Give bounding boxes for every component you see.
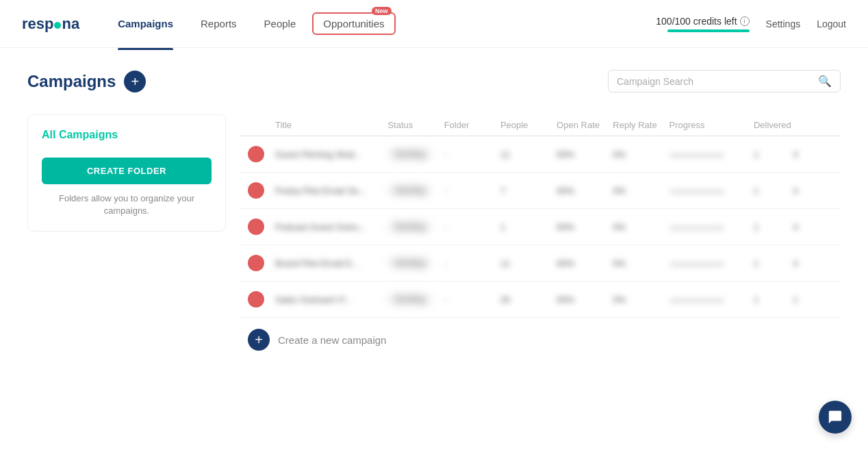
row-progress — [669, 221, 754, 233]
table-row[interactable]: Brand Pilot Email E... Sending - 11 00% … — [240, 245, 841, 282]
header: respna Campaigns Reports People Opportun… — [0, 0, 868, 48]
row-title: Podcast Guest Outro... — [275, 222, 387, 232]
row-people: 11 — [500, 258, 557, 268]
table-row[interactable]: Guest Pitching Strat... Sending - 11 00%… — [240, 136, 841, 173]
col-progress: Progress — [669, 120, 754, 130]
row-people: 1 — [500, 222, 557, 232]
campaign-search-input[interactable] — [617, 76, 818, 87]
row-folder: - — [444, 258, 500, 268]
main-content: Campaigns + 🔍 All Campaigns CREATE FOLDE… — [0, 48, 868, 384]
search-icon[interactable]: 🔍 — [818, 75, 832, 88]
row-status-icon — [248, 218, 275, 235]
row-folder: - — [444, 186, 500, 196]
row-status: Sending — [387, 148, 444, 160]
logo-dot — [54, 22, 61, 29]
row-folder: - — [444, 295, 500, 305]
create-folder-button[interactable]: CREATE FOLDER — [42, 158, 212, 184]
col-reply-rate: Reply Rate — [613, 120, 669, 130]
row-extra: 4 — [793, 258, 832, 268]
row-delivered: 1 — [754, 149, 793, 160]
create-campaign-row[interactable]: + Create a new campaign — [240, 318, 841, 362]
row-status: Sending — [387, 184, 444, 197]
table-header: Title Status Folder People Open Rate Rep… — [240, 114, 841, 136]
col-icon — [248, 120, 275, 130]
row-title: Brand Pilot Email E... — [275, 258, 387, 268]
logo: respna — [22, 15, 79, 33]
col-status: Status — [387, 120, 444, 130]
row-people: 20 — [500, 295, 557, 305]
row-extra: 4 — [793, 222, 832, 232]
row-delivered: 1 — [754, 186, 793, 196]
row-open-rate: 00% — [557, 258, 613, 268]
add-campaign-button[interactable]: + — [124, 71, 146, 92]
row-delivered: 1 — [754, 295, 793, 305]
row-reply-rate: 0% — [613, 258, 669, 268]
row-folder: - — [444, 149, 500, 160]
col-title: Title — [275, 120, 387, 130]
credits-text: 100/100 credits left — [656, 16, 737, 27]
create-campaign-label: Create a new campaign — [278, 334, 386, 346]
row-reply-rate: 0% — [613, 186, 669, 196]
row-extra: 1 — [793, 295, 832, 305]
row-status: Sending — [387, 221, 444, 233]
row-title: Guest Pitching Strat... — [275, 149, 387, 160]
row-status-icon — [248, 255, 275, 271]
nav-item-reports[interactable]: Reports — [190, 12, 248, 35]
row-status-icon — [248, 182, 275, 199]
row-title: Podsa Pilot Email Se... — [275, 186, 387, 196]
nav-item-opportunities[interactable]: Opportunities New — [312, 12, 395, 35]
content-area: All Campaigns CREATE FOLDER Folders allo… — [27, 114, 841, 362]
row-progress — [669, 184, 754, 197]
row-status-icon — [248, 291, 275, 308]
page-header: Campaigns + 🔍 — [27, 70, 841, 92]
table-row[interactable]: Sales Outreach P... Sending - 20 00% 0% … — [240, 282, 841, 318]
row-status: Sending — [387, 257, 444, 269]
credits-section: 100/100 credits left i — [656, 16, 749, 32]
row-people: 11 — [500, 149, 557, 160]
credits-bar-fill — [667, 29, 750, 32]
table-row[interactable]: Podcast Guest Outro... Sending - 1 00% 0… — [240, 209, 841, 245]
col-open-rate: Open Rate — [557, 120, 613, 130]
search-box: 🔍 — [608, 70, 841, 92]
new-badge: New — [372, 7, 392, 15]
page-title: Campaigns — [27, 72, 116, 91]
row-reply-rate: 0% — [613, 295, 669, 305]
row-open-rate: 00% — [557, 295, 613, 305]
row-open-rate: 00% — [557, 149, 613, 160]
main-nav: Campaigns Reports People Opportunities N… — [107, 12, 656, 35]
col-folder: Folder — [444, 120, 500, 130]
nav-item-campaigns[interactable]: Campaigns — [107, 12, 184, 35]
all-campaigns-label[interactable]: All Campaigns — [42, 129, 212, 141]
folder-hint: Folders allow you to organize your campa… — [42, 192, 212, 217]
create-campaign-button[interactable]: + — [248, 329, 270, 351]
row-delivered: 1 — [754, 222, 793, 232]
row-progress — [669, 148, 754, 160]
nav-item-people[interactable]: People — [253, 12, 307, 35]
row-reply-rate: 0% — [613, 222, 669, 232]
col-actions — [793, 120, 832, 130]
row-reply-rate: 0% — [613, 149, 669, 160]
sidebar: All Campaigns CREATE FOLDER Folders allo… — [27, 114, 226, 232]
row-progress — [669, 257, 754, 269]
row-extra: 4 — [793, 149, 832, 160]
row-status-icon — [248, 146, 275, 162]
row-progress — [669, 293, 754, 305]
logout-link[interactable]: Logout — [817, 18, 846, 29]
row-open-rate: 00% — [557, 222, 613, 232]
settings-link[interactable]: Settings — [766, 18, 801, 29]
col-people: People — [500, 120, 557, 130]
row-people: 7 — [500, 186, 557, 196]
col-delivered: Delivered — [754, 120, 793, 130]
header-right: 100/100 credits left i Settings Logout — [656, 16, 846, 32]
row-extra: 4 — [793, 186, 832, 196]
page-title-row: Campaigns + — [27, 71, 146, 92]
row-title: Sales Outreach P... — [275, 295, 387, 305]
campaigns-table: Title Status Folder People Open Rate Rep… — [240, 114, 841, 362]
credits-bar — [667, 29, 750, 32]
row-delivered: 1 — [754, 258, 793, 268]
row-folder: - — [444, 222, 500, 232]
row-open-rate: 00% — [557, 186, 613, 196]
table-row[interactable]: Podsa Pilot Email Se... Sending - 7 00% … — [240, 173, 841, 209]
credits-info-icon[interactable]: i — [740, 16, 750, 26]
row-status: Sending — [387, 293, 444, 305]
